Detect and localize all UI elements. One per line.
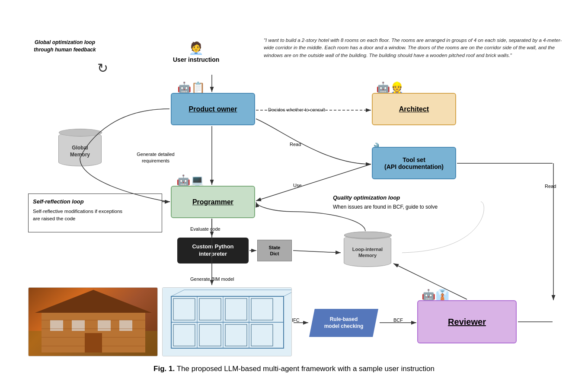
- label-eval-code: Evaluate code: [190, 226, 220, 232]
- main-container: Global optimization loop through human f…: [0, 0, 588, 381]
- label-ifc: IFC: [292, 318, 300, 323]
- label-gen-bim: Generate BIM model: [190, 276, 234, 282]
- architect-box: Architect: [372, 93, 456, 125]
- svg-rect-7: [85, 333, 102, 352]
- building-blueprint-svg: [163, 288, 292, 356]
- loop-memory-label: Loop-internal Memory: [352, 246, 383, 259]
- architect-label: Architect: [399, 105, 429, 113]
- quality-loop-title: Quality optimization loop: [333, 194, 480, 202]
- toolset-label: Tool set (API documentation): [384, 156, 444, 170]
- global-loop-label: Global optimization loop through human f…: [30, 39, 99, 54]
- global-memory-cylinder: Global Memory: [58, 132, 102, 166]
- caption-text: The proposed LLM-based multi-agent frame…: [175, 365, 435, 373]
- label-read-arch: Read: [290, 142, 301, 147]
- quality-loop-text: When issues are found in BCF, guide to s…: [333, 203, 480, 211]
- quality-box: Quality optimization loop When issues ar…: [333, 194, 480, 211]
- bim-image-blueprint: [162, 287, 292, 356]
- self-reflection-box: Self-reflection loop Self-reflective mod…: [28, 194, 162, 232]
- rule-based-box: Rule-based model checking: [309, 309, 378, 337]
- self-reflection-title: Self-reflection loop: [33, 197, 157, 206]
- diagram: Global optimization loop through human f…: [13, 13, 575, 359]
- label-read-right: Read: [545, 184, 556, 189]
- python-interpreter-box: Custom Python interpreter: [177, 238, 249, 264]
- global-memory-label: Global Memory: [70, 145, 90, 158]
- programmer-box: Programmer: [171, 186, 255, 218]
- figure-caption: Fig. 1. The proposed LLM-based multi-age…: [153, 365, 435, 373]
- loop-arrows-icon: ↻: [97, 60, 108, 76]
- svg-rect-5: [98, 320, 111, 331]
- global-memory: Global Memory: [56, 130, 104, 168]
- svg-rect-3: [50, 320, 63, 331]
- user-instruction-icon: 🧑‍💼: [189, 41, 204, 55]
- rule-based-label: Rule-based model checking: [324, 316, 364, 330]
- toolset-box: Tool set (API documentation): [372, 147, 456, 179]
- quote-text: "I want to build a 2-story hotel with 8 …: [264, 38, 562, 58]
- loop-memory-cylinder: Loop-internal Memory: [344, 235, 391, 267]
- product-owner-label: Product owner: [189, 105, 237, 113]
- reviewer-label: Reviewer: [448, 317, 486, 327]
- reviewer-box: Reviewer: [417, 300, 517, 343]
- state-dict-box: State Dict: [257, 240, 292, 261]
- svg-rect-6: [119, 320, 132, 331]
- state-dict-label: State Dict: [269, 244, 281, 257]
- label-use: Use: [293, 183, 302, 188]
- user-instruction-label: User instruction: [173, 56, 219, 63]
- python-interpreter-label: Custom Python interpreter: [192, 243, 233, 258]
- self-reflection-text: Self-reflective modifications if excepti…: [33, 208, 157, 223]
- programmer-label: Programmer: [192, 198, 233, 206]
- label-decides-consult: Decides whether to consult: [268, 107, 325, 112]
- building-brown-svg: [29, 288, 158, 356]
- svg-line-39: [293, 251, 341, 253]
- label-bcf: BCF: [393, 318, 403, 323]
- caption-fig-label: Fig. 1.: [153, 365, 175, 373]
- svg-marker-2: [35, 290, 152, 313]
- quote-box: "I want to build a 2-story hotel with 8 …: [264, 37, 566, 59]
- user-instruction: 🧑‍💼 User instruction: [173, 41, 219, 63]
- bim-image-brown: [28, 287, 158, 356]
- label-gen-req: Generate detailed requirements: [134, 151, 177, 165]
- svg-rect-4: [72, 320, 85, 331]
- loop-internal-memory: Loop-internal Memory: [342, 231, 393, 270]
- product-owner-box: Product owner: [171, 93, 255, 125]
